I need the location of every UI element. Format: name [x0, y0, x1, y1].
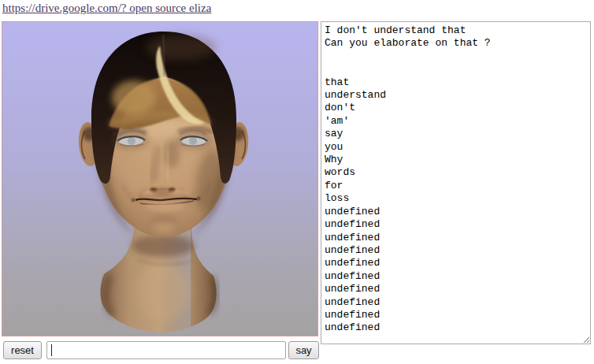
- reset-button[interactable]: reset: [3, 341, 42, 359]
- chat-input[interactable]: [46, 341, 286, 359]
- transcript-textarea[interactable]: I don't understand that Can you elaborat…: [321, 21, 591, 344]
- say-button[interactable]: say: [288, 341, 319, 359]
- drive-url-link[interactable]: https://drive.google.com/? open source e…: [2, 2, 211, 15]
- avatar-3d-canvas[interactable]: [2, 21, 318, 336]
- text-caret: [51, 344, 52, 356]
- eliza-app-page: https://drive.google.com/? open source e…: [0, 0, 594, 364]
- female-head-3d-render: [2, 22, 317, 336]
